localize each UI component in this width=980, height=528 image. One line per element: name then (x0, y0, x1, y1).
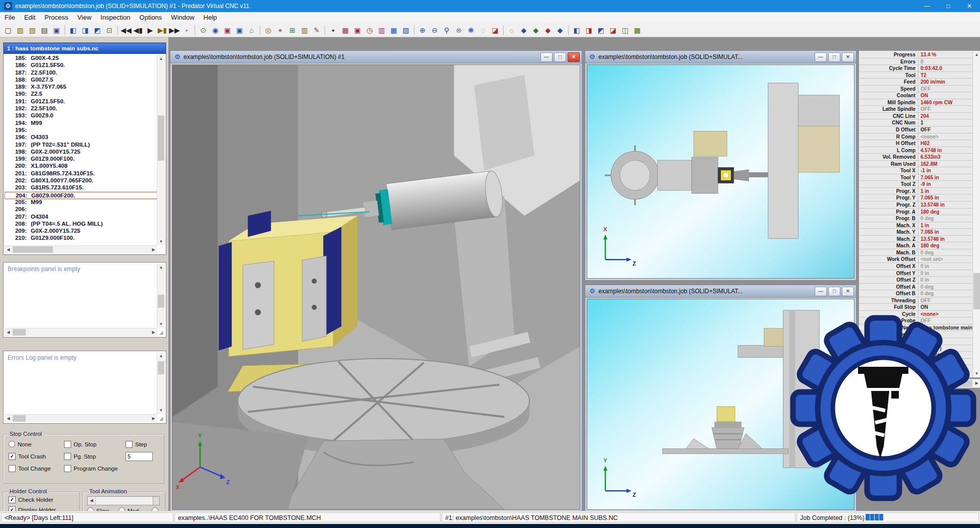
menu-item[interactable]: View (73, 12, 96, 23)
nc-vertical-scrollbar[interactable]: ▲ ▼ (157, 55, 165, 245)
status-row[interactable]: Mach. B 0 deg (859, 249, 973, 256)
pan-icon[interactable]: ◌ (477, 25, 489, 36)
main-3d-viewport[interactable]: X Y Z (172, 64, 580, 510)
run-to-line-icon[interactable]: ◉ (209, 25, 221, 36)
status-row[interactable]: Mach. Y 7.065 in (859, 229, 973, 236)
nc-line[interactable]: 199: G01Z9.000F100. (5, 156, 157, 163)
nc-line[interactable]: 193: G00Z9.0 (5, 112, 157, 119)
scroll-thumb[interactable] (13, 329, 26, 336)
breakpoint-table-icon[interactable]: ▦ (339, 25, 351, 36)
nc-line[interactable]: 185: G00X-4.25 (5, 55, 157, 62)
nc-line[interactable]: 204: G80Z9.000F200. (5, 192, 157, 199)
child-close-button[interactable]: ✕ (568, 52, 580, 62)
status-row[interactable]: Subprogram 4303 (859, 331, 973, 338)
status-row[interactable]: Abs/Inc Absolute (859, 352, 973, 359)
status-row[interactable]: Mach. Z 13.5748 in (859, 236, 973, 243)
maximize-button[interactable]: □ (938, 0, 959, 12)
nc-line[interactable]: 191: G01Z1.5F50. (5, 98, 157, 105)
job-options-icon[interactable]: ▧ (26, 25, 38, 36)
status-table-icon[interactable]: ▥ (376, 25, 388, 36)
cube-view-6-icon[interactable]: ▦ (631, 25, 643, 36)
scroll-right-icon[interactable]: ▶ (150, 246, 157, 253)
rewind-icon[interactable]: ◀◀ (120, 25, 132, 36)
measure-icon[interactable]: ⌖ (274, 25, 286, 36)
scroll-left-icon[interactable]: ◀ (5, 415, 12, 422)
status-row[interactable]: Offset A 0 deg (859, 284, 973, 291)
open-job-icon[interactable]: ▨ (14, 25, 26, 36)
toolbar-separator[interactable] (65, 25, 65, 35)
status-pane-vertical-scrollbar[interactable]: ▲ ▼ (972, 51, 980, 377)
scroll-down-icon[interactable]: ▼ (157, 238, 165, 245)
status-row[interactable]: CNC Num 1 (859, 119, 973, 126)
nc-line[interactable]: 200: X1.000Y5.408 (5, 163, 157, 170)
child-close-button[interactable]: ✕ (842, 287, 854, 296)
print-icon[interactable]: ▤ (38, 25, 50, 36)
step-checkbox[interactable] (126, 441, 133, 448)
errors-horizontal-scrollbar[interactable]: ◀ ▶ (5, 414, 157, 422)
step-count-input[interactable] (126, 452, 153, 461)
nc-line[interactable]: 192: Z2.5F100. (5, 105, 157, 112)
toolbar-separator[interactable] (195, 25, 195, 35)
nc-line[interactable]: 209: G0X-2.000Y15.725 (5, 228, 157, 235)
status-row[interactable]: Progr. A 180 deg (859, 209, 973, 216)
scroll-right-icon[interactable]: ▶ (150, 328, 157, 336)
scroll-down-icon[interactable]: ▼ (157, 407, 165, 414)
tool-crash-checkbox[interactable]: ✓ (9, 453, 16, 460)
zoom-out-icon[interactable]: ⊖ (428, 25, 441, 36)
fixture-icon[interactable]: ▣ (233, 25, 246, 36)
scroll-thumb[interactable] (158, 295, 164, 308)
status-row[interactable]: D Offset OFF (859, 126, 973, 134)
scroll-thumb[interactable] (13, 415, 26, 422)
nc-horizontal-scrollbar[interactable]: ◀ ▶ (5, 245, 157, 253)
save-icon[interactable]: ▣ (50, 25, 63, 36)
scroll-left-icon[interactable]: ◀ (859, 379, 867, 387)
scroll-thumb[interactable] (158, 115, 164, 161)
scroll-up-icon[interactable]: ▲ (157, 55, 165, 62)
machine-solid-icon[interactable]: ◨ (79, 25, 91, 36)
child-minimize-button[interactable]: — (815, 287, 827, 296)
view-front-icon[interactable]: ◆ (542, 25, 554, 36)
status-row[interactable]: Progr. Y 7.065 in (859, 194, 973, 202)
status-row[interactable]: Tool T2 (859, 72, 973, 79)
nc-line[interactable]: 203: G81R5.7Z3.610F15. (5, 184, 157, 191)
status-row[interactable]: Arc Plane XY (G17) (859, 345, 973, 352)
status-row[interactable]: Progress 13.4 % (859, 51, 973, 58)
status-row[interactable]: H Offset H02 (859, 140, 973, 147)
nc-line[interactable]: 195: (5, 127, 157, 134)
nc-line[interactable]: 208: (PP T04=.5 AL. HOG MILL) (5, 221, 157, 228)
fast-forward-icon[interactable]: ▶▶ (168, 25, 180, 36)
status-row[interactable]: Offset B 0 deg (859, 290, 973, 297)
nc-line[interactable]: 194: M99 (5, 120, 157, 127)
status-row[interactable]: Mach. X 1 in (859, 222, 973, 229)
scroll-up-icon[interactable]: ▲ (157, 263, 165, 271)
menu-item[interactable]: Edit (20, 12, 40, 23)
menu-item[interactable]: File (0, 12, 20, 23)
cube-view-3-icon[interactable]: ◩ (595, 25, 607, 36)
breakpoints-vertical-scrollbar[interactable]: ▲ ▼ (157, 263, 165, 328)
home-position-icon[interactable]: ⌂ (246, 25, 258, 36)
errors-vertical-scrollbar[interactable]: ▲ ▼ (157, 352, 165, 414)
status-row[interactable]: Ram Used 162.8M (859, 161, 973, 168)
breakpoints-panel[interactable]: Breakpoints panel is empty ▲ ▼ ◀ ▶ ◢ (3, 262, 166, 338)
nc-line[interactable]: 205: M99 (5, 199, 157, 206)
nc-line[interactable]: 186: G01Z1.5F50. (5, 62, 157, 69)
nc-line[interactable]: 207: O4304 (5, 214, 157, 221)
status-row[interactable]: Progr. Z 13.5748 in (859, 202, 973, 209)
errors-log-panel[interactable]: Errors Log panel is empty ▲ ▼ ◀ ▶ ◢ (3, 351, 166, 424)
scroll-left-icon[interactable]: ◀ (5, 328, 12, 336)
op-stop-checkbox[interactable] (64, 441, 71, 448)
menu-item[interactable]: Help (199, 12, 222, 23)
status-row[interactable]: Speed OFF (859, 86, 973, 93)
scroll-down-icon[interactable]: ▼ (157, 320, 165, 328)
scroll-thumb[interactable] (973, 273, 980, 309)
status-row[interactable]: Tool Z -9 in (859, 181, 973, 188)
step-back-icon[interactable]: ◀▮ (132, 25, 144, 36)
menu-item[interactable]: Window (166, 12, 199, 23)
top-view-titlebar[interactable]: ⚙ examples\tombston\tombston.job (SOLID+… (585, 51, 856, 63)
status-row[interactable]: Threading OFF (859, 297, 973, 304)
status-row[interactable]: CNC Line 204 (859, 113, 973, 120)
slider-thumb[interactable] (153, 497, 159, 505)
cube-view-2-icon[interactable]: ◨ (583, 25, 595, 36)
tool-animation-slider[interactable]: ◀ (87, 496, 160, 505)
scroll-up-icon[interactable]: ▲ (973, 51, 980, 58)
